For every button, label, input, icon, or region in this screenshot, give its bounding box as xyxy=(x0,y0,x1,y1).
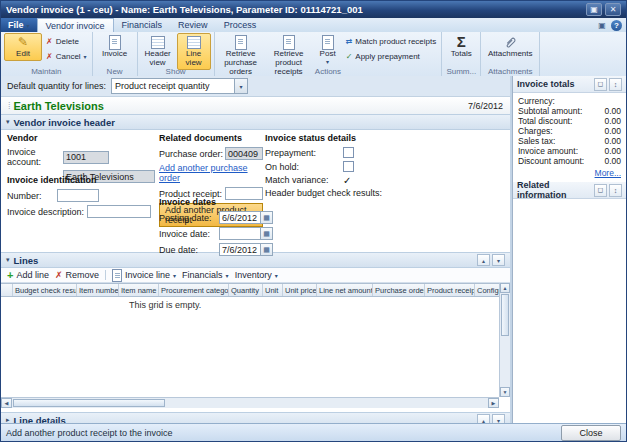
scroll-up-icon[interactable]: ▴ xyxy=(477,254,490,266)
expand-panel-icon[interactable]: ↕ xyxy=(609,184,622,197)
column-header-procurement-category[interactable]: Procurement category xyxy=(159,284,229,296)
invoice-date-input[interactable] xyxy=(219,227,261,240)
invoice-line-menu-button[interactable]: Invoice line ▾ xyxy=(112,269,176,282)
line-view-button[interactable]: Line view xyxy=(177,33,211,70)
calendar-icon[interactable]: ▦ xyxy=(261,243,273,256)
add-line-button[interactable]: + Add line xyxy=(7,270,49,280)
restore-icon[interactable]: ▣ xyxy=(586,3,602,16)
column-header-quantity[interactable]: Quantity xyxy=(229,284,263,296)
scroll-down-icon[interactable]: ▼ xyxy=(500,387,510,397)
help-icon[interactable]: ? xyxy=(611,20,622,31)
match-product-receipts-button[interactable]: ⇄ Match product receipts xyxy=(344,35,439,47)
column-header-unit-price[interactable]: Unit price xyxy=(283,284,317,296)
add-purchase-order-link[interactable]: Add another purchase order xyxy=(159,163,263,183)
pin-icon[interactable]: ◻ xyxy=(594,78,607,91)
right-panel: Invoice totals ◻ ↕ Currency: Subtotal am… xyxy=(512,76,626,423)
column-header-purchase-order[interactable]: Purchase order xyxy=(373,284,425,296)
scrollbar-thumb[interactable] xyxy=(501,294,509,336)
expand-icon[interactable]: ▸ xyxy=(6,416,10,423)
number-label: Number: xyxy=(7,191,57,201)
prepayment-checkbox[interactable] xyxy=(343,147,354,158)
cancel-button[interactable]: ✗ Cancel ▾ xyxy=(44,50,89,62)
group-label-summary: Summ... xyxy=(442,67,480,76)
ribbon-group-new: Invoice New xyxy=(93,32,138,76)
collapse-icon[interactable]: ▾ xyxy=(6,118,10,126)
expand-panel-icon[interactable]: ↕ xyxy=(609,78,622,91)
invoice-icon xyxy=(109,35,121,50)
tab-process[interactable]: Process xyxy=(216,18,265,32)
column-header-item-name[interactable]: Item name xyxy=(119,284,159,296)
invoice-totals-header[interactable]: Invoice totals ◻ ↕ xyxy=(513,76,626,93)
financials-menu-button[interactable]: Financials ▾ xyxy=(182,270,229,280)
window-icon[interactable]: ▣ xyxy=(596,20,608,31)
post-button[interactable]: Post ▾ xyxy=(314,33,342,67)
apply-prepayment-button[interactable]: ✓ Apply prepayment xyxy=(344,50,439,62)
invoice-totals-title: Invoice totals xyxy=(517,79,575,89)
purchase-order-field[interactable]: 000409 xyxy=(225,147,263,160)
default-quantity-value: Product receipt quantity xyxy=(115,81,210,91)
invoice-status-group: Invoice status details Prepayment: On ho… xyxy=(265,133,485,201)
total-row-discount-amount: Discount amount: 0.00 xyxy=(513,156,626,166)
calendar-icon[interactable]: ▦ xyxy=(261,227,273,240)
header-section-band[interactable]: ▾ Vendor invoice header xyxy=(1,114,510,130)
related-information-header[interactable]: Related information ◻ ↕ xyxy=(513,182,626,199)
due-date-input[interactable]: 7/6/2012 xyxy=(219,243,261,256)
grip-icon: ⁞ xyxy=(8,101,11,111)
invoice-line-label: Invoice line xyxy=(125,270,170,280)
inventory-label: Inventory xyxy=(235,270,272,280)
grid-selector-column-header[interactable] xyxy=(1,284,13,296)
invoice-description-input[interactable] xyxy=(87,205,151,218)
delete-button[interactable]: ✗ Delete xyxy=(44,35,89,47)
scrollbar-thumb[interactable] xyxy=(13,399,165,407)
grid-body[interactable]: This grid is empty. xyxy=(1,297,499,399)
pin-icon[interactable]: ◻ xyxy=(594,184,607,197)
header-section-title: Vendor invoice header xyxy=(14,117,115,128)
title-bar: Vendor invoice (1 - ceu) - Name: Earth T… xyxy=(1,1,626,18)
close-button[interactable]: Close xyxy=(561,425,621,441)
header-view-button[interactable]: Header view xyxy=(141,33,175,70)
scroll-left-icon[interactable]: ◀ xyxy=(1,398,12,408)
total-value: 0.00 xyxy=(604,136,621,146)
tab-financials[interactable]: Financials xyxy=(114,18,171,32)
collapse-icon[interactable]: ▾ xyxy=(6,256,10,264)
scroll-up-icon[interactable]: ▲ xyxy=(500,283,510,293)
posting-date-input[interactable]: 6/6/2012 xyxy=(219,211,261,224)
line-details-title: Line details xyxy=(14,415,66,424)
lines-toolbar: + Add line ✗ Remove Invoice line ▾ Finan… xyxy=(1,268,510,283)
edit-button[interactable]: ✎ Edit xyxy=(4,33,42,61)
grid-vertical-scrollbar[interactable]: ▲ ▼ xyxy=(499,283,510,397)
column-header-product-receipt[interactable]: Product receipt xyxy=(425,284,475,296)
invoice-account-field[interactable]: 1001 xyxy=(63,151,109,164)
totals-button[interactable]: Σ Totals xyxy=(445,33,477,61)
on-hold-checkbox[interactable] xyxy=(343,161,354,172)
add-line-icon: + xyxy=(7,270,13,280)
calendar-icon[interactable]: ▦ xyxy=(261,211,273,224)
remove-line-button[interactable]: ✗ Remove xyxy=(55,270,99,280)
attachments-button[interactable]: Attachments xyxy=(484,33,536,61)
invoice-label: Invoice xyxy=(102,50,127,59)
tab-vendor-invoice[interactable]: Vendor invoice xyxy=(37,18,114,32)
scroll-up-icon[interactable]: ▴ xyxy=(477,414,490,423)
scroll-right-icon[interactable]: ▶ xyxy=(488,398,499,408)
total-value: 0.00 xyxy=(604,116,621,126)
number-input[interactable] xyxy=(57,189,99,202)
close-icon[interactable]: ✕ xyxy=(605,3,621,16)
invoice-button[interactable]: Invoice xyxy=(96,33,134,61)
grid-horizontal-scrollbar[interactable]: ◀ ▶ xyxy=(1,397,499,408)
line-details-band[interactable]: ▸ Line details ▴ ▾ xyxy=(1,412,510,423)
column-header-line-net-amount[interactable]: Line net amount xyxy=(317,284,373,296)
tab-label: Review xyxy=(178,20,208,30)
tab-review[interactable]: Review xyxy=(170,18,216,32)
total-label: Subtotal amount: xyxy=(518,106,582,116)
default-quantity-select[interactable]: Product receipt quantity ▾ xyxy=(111,78,248,94)
inventory-menu-button[interactable]: Inventory ▾ xyxy=(235,270,278,280)
column-header-unit[interactable]: Unit xyxy=(263,284,283,296)
chevron-down-icon[interactable]: ▾ xyxy=(234,79,247,93)
status-message: Add another product receipt to the invoi… xyxy=(6,428,173,438)
column-header-item-number[interactable]: Item number xyxy=(77,284,119,296)
file-menu-button[interactable]: File ▾ xyxy=(1,18,37,32)
column-header-budget-check-results[interactable]: Budget check results xyxy=(13,284,77,296)
column-header-configuration[interactable]: Configuration xyxy=(475,284,499,296)
scroll-down-icon[interactable]: ▾ xyxy=(492,414,505,423)
scroll-down-icon[interactable]: ▾ xyxy=(492,254,505,266)
